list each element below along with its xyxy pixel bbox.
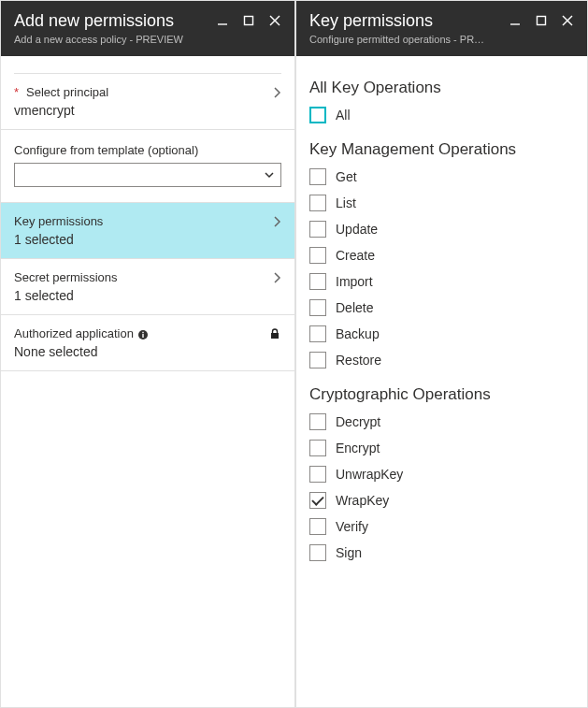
- checkbox-label: Get: [336, 169, 357, 184]
- checkbox-import[interactable]: Import: [309, 273, 574, 290]
- secret-permissions-label: Secret permissions: [14, 270, 118, 284]
- panel-body-right: All Key Operations All Key Management Op…: [296, 56, 587, 707]
- select-principal-value: vmencrypt: [14, 103, 281, 118]
- close-icon[interactable]: [561, 14, 574, 27]
- checkbox-label: Encrypt: [336, 441, 380, 455]
- panel-body-left: *Select principal vmencrypt Configure fr…: [1, 56, 294, 707]
- checkbox-icon: [309, 518, 326, 535]
- panel-header-titles: Add new permissions Add a new access pol…: [14, 10, 183, 45]
- checkbox-icon: [309, 195, 326, 211]
- add-permissions-panel: Add new permissions Add a new access pol…: [0, 0, 295, 708]
- checkbox-create[interactable]: Create: [309, 247, 574, 264]
- checkbox-unwrapkey[interactable]: UnwrapKey: [309, 466, 574, 483]
- panel-header-titles: Key permissions Configure permitted oper…: [309, 10, 487, 45]
- secret-permissions-row[interactable]: Secret permissions 1 selected: [1, 259, 294, 315]
- checkbox-encrypt[interactable]: Encrypt: [309, 440, 574, 456]
- required-indicator: *: [14, 85, 19, 99]
- key-permissions-panel: Key permissions Configure permitted oper…: [295, 0, 588, 708]
- template-label: Configure from template (optional): [14, 143, 281, 157]
- checkbox-icon: [309, 221, 326, 238]
- template-select[interactable]: [14, 163, 281, 187]
- checkbox-label: Restore: [336, 353, 381, 368]
- checkbox-decrypt[interactable]: Decrypt: [309, 413, 574, 430]
- panel-title-left: Add new permissions: [14, 10, 183, 32]
- lock-icon: [268, 327, 281, 340]
- svg-rect-5: [142, 334, 143, 338]
- section-mgmt-title: Key Management Operations: [309, 140, 574, 159]
- key-permissions-value: 1 selected: [14, 232, 281, 247]
- checkbox-icon: [309, 352, 326, 368]
- svg-rect-6: [142, 332, 143, 333]
- minimize-icon[interactable]: [509, 14, 522, 27]
- checkbox-all[interactable]: All: [309, 107, 574, 123]
- checkbox-icon: [309, 325, 326, 342]
- checkbox-label: Create: [336, 248, 375, 263]
- checkbox-update[interactable]: Update: [309, 221, 574, 238]
- checkbox-label: Decrypt: [336, 414, 380, 429]
- checkbox-icon: [309, 273, 326, 290]
- checkbox-label: Backup: [336, 326, 380, 341]
- info-icon[interactable]: [137, 326, 149, 340]
- select-principal-label: Select principal: [26, 85, 108, 99]
- checkbox-icon: [309, 544, 326, 561]
- panel-subtitle-right: Configure permitted operations - PREVI..…: [309, 34, 487, 45]
- checkbox-icon: [309, 440, 326, 456]
- window-controls-left: [216, 14, 281, 27]
- checkbox-sign[interactable]: Sign: [309, 544, 574, 561]
- checkbox-label: Update: [336, 222, 378, 237]
- checkbox-icon: [309, 466, 326, 483]
- checkbox-icon: [309, 299, 326, 316]
- checkbox-icon: [309, 168, 326, 185]
- checkbox-label: Verify: [336, 519, 368, 534]
- checkbox-label: WrapKey: [336, 493, 389, 508]
- checkbox-label: All: [336, 108, 351, 123]
- checkbox-verify[interactable]: Verify: [309, 518, 574, 535]
- checkbox-label: Import: [336, 274, 373, 289]
- secret-permissions-value: 1 selected: [14, 288, 281, 303]
- key-permissions-label: Key permissions: [14, 214, 103, 228]
- section-all-title: All Key Operations: [309, 79, 574, 97]
- checkbox-delete[interactable]: Delete: [309, 299, 574, 316]
- chevron-right-icon: [273, 86, 281, 99]
- chevron-right-icon: [273, 271, 281, 284]
- window-controls-right: [509, 14, 574, 27]
- select-principal-row[interactable]: *Select principal vmencrypt: [1, 74, 294, 130]
- svg-rect-7: [271, 333, 279, 339]
- chevron-down-icon: [264, 171, 275, 179]
- checkbox-label: UnwrapKey: [336, 467, 403, 482]
- authorized-app-label: Authorized application: [14, 326, 134, 340]
- close-icon[interactable]: [268, 14, 281, 27]
- panel-header-left: Add new permissions Add a new access pol…: [1, 1, 294, 56]
- key-permissions-row[interactable]: Key permissions 1 selected: [1, 203, 294, 259]
- checkbox-icon: [309, 107, 326, 123]
- panel-header-right: Key permissions Configure permitted oper…: [296, 1, 587, 56]
- checkbox-restore[interactable]: Restore: [309, 352, 574, 368]
- maximize-icon[interactable]: [242, 14, 255, 27]
- authorized-app-value: None selected: [14, 344, 281, 359]
- maximize-icon[interactable]: [535, 14, 548, 27]
- checkbox-backup[interactable]: Backup: [309, 325, 574, 342]
- panel-title-right: Key permissions: [309, 10, 487, 32]
- section-crypto-title: Cryptographic Operations: [309, 385, 574, 404]
- template-row: Configure from template (optional): [1, 130, 294, 203]
- checkbox-label: Sign: [336, 545, 362, 560]
- checkbox-label: List: [336, 195, 356, 210]
- chevron-right-icon: [273, 215, 281, 228]
- panel-subtitle-left: Add a new access policy - PREVIEW: [14, 34, 183, 45]
- checkbox-wrapkey[interactable]: WrapKey: [309, 492, 574, 509]
- minimize-icon[interactable]: [216, 14, 229, 27]
- svg-rect-1: [245, 17, 253, 25]
- checkbox-icon: [309, 492, 326, 509]
- checkbox-label: Delete: [336, 300, 373, 315]
- svg-rect-9: [538, 17, 546, 25]
- authorized-app-row[interactable]: Authorized application None selected: [1, 315, 294, 371]
- checkbox-icon: [309, 413, 326, 430]
- checkbox-list[interactable]: List: [309, 195, 574, 211]
- checkbox-icon: [309, 247, 326, 264]
- checkbox-get[interactable]: Get: [309, 168, 574, 185]
